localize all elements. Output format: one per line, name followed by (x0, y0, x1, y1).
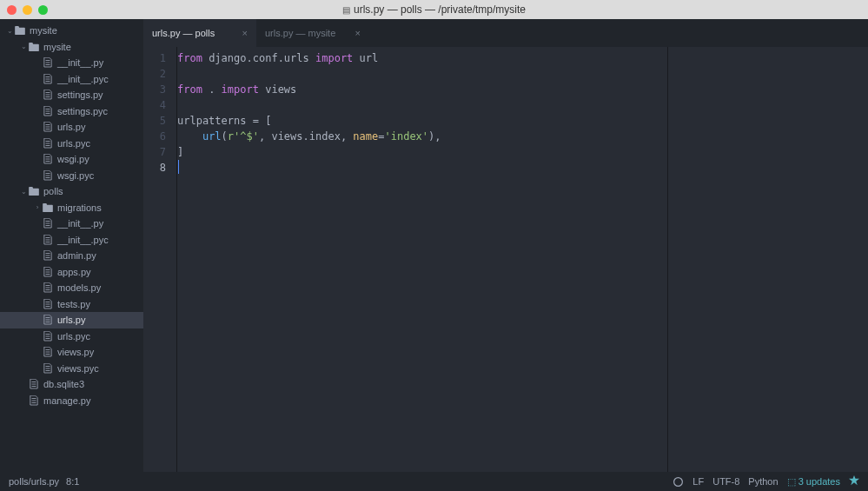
file-icon (42, 331, 54, 342)
status-updates[interactable]: ⬚ 3 updates (787, 476, 840, 488)
close-window-button[interactable] (7, 5, 17, 15)
code-line (177, 66, 667, 82)
tree-file[interactable]: apps.py (0, 264, 143, 281)
code-line: from django.conf.urls import url (177, 50, 667, 66)
file-icon (42, 315, 54, 325)
tree-file[interactable]: views.pyc (0, 361, 143, 377)
tree-file[interactable]: manage.py (0, 393, 143, 409)
status-bar: polls/urls.py 8:1 LF UTF-8 Python ⬚ 3 up… (0, 472, 868, 491)
tree-item-label: db.sqlite3 (43, 379, 84, 389)
file-icon (42, 57, 54, 68)
file-icon (42, 250, 54, 261)
close-icon[interactable]: × (345, 28, 361, 38)
file-icon (42, 138, 54, 149)
file-icon (42, 106, 54, 116)
tree-file[interactable]: admin.py (0, 248, 143, 264)
tree-file[interactable]: views.py (0, 344, 143, 361)
git-status-icon[interactable] (673, 476, 684, 488)
line-number: 4 (143, 97, 166, 113)
tree-file[interactable]: __init__.pyc (0, 71, 143, 88)
minimize-window-button[interactable] (23, 5, 32, 15)
code-line (177, 97, 667, 113)
status-file-path[interactable]: polls/urls.py (9, 476, 59, 487)
editor-tab[interactable]: urls.py — mysite× (256, 19, 369, 47)
status-encoding[interactable]: UTF-8 (712, 476, 739, 487)
status-language[interactable]: Python (748, 476, 778, 487)
file-icon (42, 235, 54, 245)
tree-file[interactable]: tests.py (0, 296, 143, 313)
file-icon (42, 170, 54, 181)
tree-folder[interactable]: ⌄mysite (0, 39, 143, 56)
folder-icon (14, 26, 26, 35)
window-title: ▤ urls.py — polls — /private/tmp/mysite (342, 3, 526, 16)
tree-item-label: apps.py (57, 267, 91, 277)
maximize-window-button[interactable] (38, 5, 48, 15)
tree-item-label: wsgi.py (57, 154, 89, 164)
tree-file[interactable]: urls.pyc (0, 328, 143, 345)
line-number: 8 (143, 160, 166, 176)
tree-item-label: __init__.py (57, 57, 103, 68)
tree-item-label: polls (43, 186, 63, 196)
tree-folder[interactable]: ⌄mysite (0, 23, 143, 39)
tree-item-label: urls.pyc (57, 331, 90, 342)
file-icon (42, 347, 54, 357)
code-line: ] (177, 144, 667, 160)
tree-file[interactable]: urls.pyc (0, 136, 143, 152)
tree-item-label: mysite (30, 25, 57, 36)
tree-file[interactable]: __init__.py (0, 216, 143, 232)
tree-file[interactable]: db.sqlite3 (0, 376, 143, 393)
folder-icon (28, 43, 40, 51)
tree-folder[interactable]: ›migrations (0, 200, 143, 216)
tree-file[interactable]: __init__.py (0, 55, 143, 71)
file-icon (42, 363, 54, 374)
tree-file[interactable]: models.py (0, 280, 143, 296)
code-editor[interactable]: from django.conf.urls import urlfrom . i… (176, 47, 667, 472)
file-icon (28, 395, 40, 406)
chevron-down-icon: ⌄ (19, 43, 28, 50)
window-title-text: urls.py — polls — /private/tmp/mysite (354, 3, 526, 16)
file-icon (42, 90, 54, 100)
tab-label: urls.py — polls (152, 28, 215, 38)
tree-file[interactable]: wsgi.pyc (0, 168, 143, 184)
line-number: 3 (143, 82, 166, 97)
file-icon (42, 267, 54, 277)
tree-item-label: __init__.pyc (57, 74, 109, 84)
code-line (177, 160, 667, 176)
right-pane (668, 47, 868, 472)
file-icon (42, 218, 54, 229)
tree-file[interactable]: settings.pyc (0, 103, 143, 120)
tree-item-label: __init__.py (57, 218, 103, 229)
line-number-gutter: 12345678 (143, 47, 176, 472)
tree-item-label: urls.py (57, 122, 85, 132)
file-icon (42, 282, 54, 293)
file-icon (42, 154, 54, 164)
tree-file[interactable]: __init__.pyc (0, 232, 143, 249)
tree-item-label: settings.py (57, 90, 103, 100)
tree-file[interactable]: settings.py (0, 87, 143, 103)
status-settings-icon[interactable] (849, 475, 859, 488)
tree-item-label: settings.pyc (57, 106, 108, 116)
line-number: 6 (143, 129, 166, 144)
chevron-down-icon: ⌄ (5, 27, 14, 35)
tree-item-label: models.py (57, 282, 101, 293)
status-right: LF UTF-8 Python ⬚ 3 updates (673, 475, 859, 488)
tree-item-label: urls.py (57, 315, 85, 325)
editor-tab[interactable]: urls.py — polls× (143, 19, 256, 47)
box-icon: ⬚ (787, 476, 798, 487)
tree-file[interactable]: urls.py (0, 119, 143, 136)
status-updates-text: 3 updates (798, 476, 840, 487)
file-tree-sidebar[interactable]: ⌄mysite⌄mysite__init__.py__init__.pycset… (0, 19, 143, 472)
tree-item-label: admin.py (57, 250, 96, 261)
file-icon (42, 74, 54, 84)
tree-item-label: migrations (57, 202, 102, 213)
tree-item-label: tests.py (57, 299, 90, 309)
tree-file[interactable]: wsgi.py (0, 151, 143, 168)
editor-area: urls.py — polls×urls.py — mysite× 123456… (143, 19, 868, 472)
code-line: from . import views (177, 82, 667, 97)
status-line-ending[interactable]: LF (692, 476, 704, 487)
status-cursor-position[interactable]: 8:1 (66, 476, 79, 487)
tree-folder[interactable]: ⌄polls (0, 183, 143, 200)
close-icon[interactable]: × (232, 28, 248, 38)
tree-item-label: __init__.pyc (57, 235, 109, 245)
tree-file[interactable]: urls.py (0, 312, 143, 328)
